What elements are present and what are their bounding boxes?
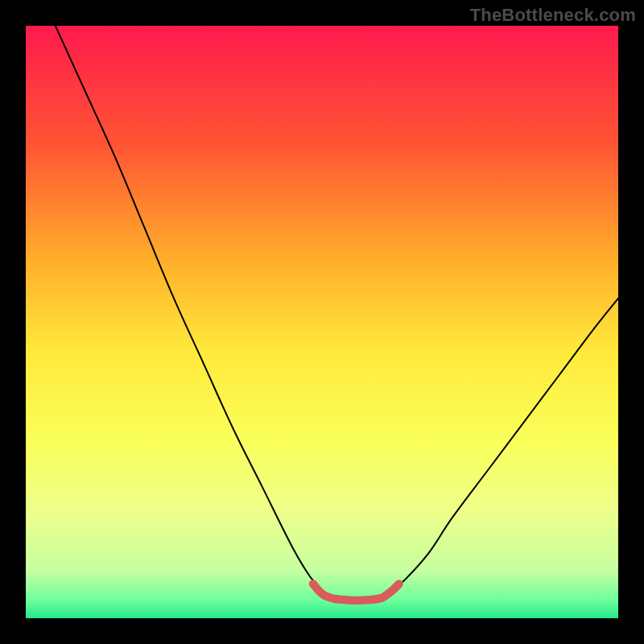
plot-area [26,26,618,618]
chart-frame: TheBottleneck.com [0,0,644,644]
plot-svg [26,26,618,618]
watermark-text: TheBottleneck.com [470,5,636,26]
gradient-background [26,26,618,618]
